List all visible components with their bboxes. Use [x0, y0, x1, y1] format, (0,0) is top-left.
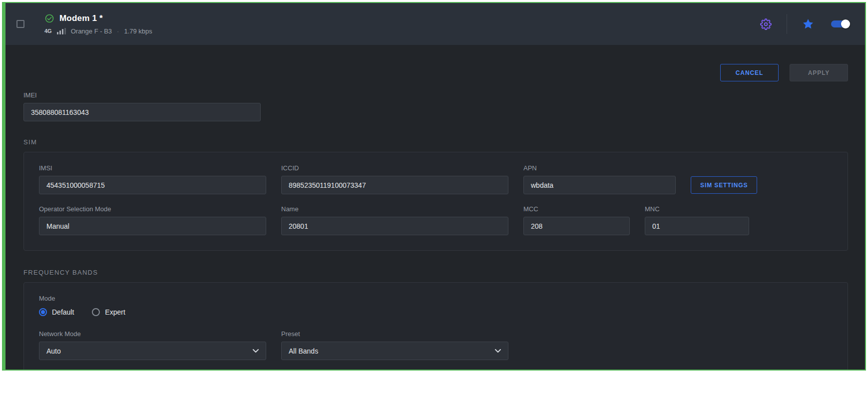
sim-card: IMSI ICCID APN SIM SETTINGS Operator Sel — [23, 152, 848, 251]
preset-value: All Bands — [289, 347, 318, 355]
cancel-button[interactable]: CANCEL — [720, 64, 779, 81]
mnc-field-block: MNC — [645, 205, 749, 235]
apn-label: APN — [523, 164, 676, 172]
imei-label: IMEI — [23, 91, 261, 99]
speed-label: 1.79 kbps — [124, 27, 152, 35]
operator-selection-mode-block: Operator Selection Mode — [39, 205, 266, 235]
apn-field-block: APN — [523, 164, 676, 194]
imei-field-block: IMEI — [23, 91, 261, 121]
radio-expert-label: Expert — [105, 308, 125, 316]
network-mode-select[interactable]: Auto — [39, 342, 266, 360]
modem-title: Modem 1 * — [59, 13, 103, 23]
imsi-field-block: IMSI — [39, 164, 266, 194]
name-label: Name — [281, 205, 508, 213]
radio-default-circle[interactable] — [39, 308, 47, 316]
radio-expert-circle[interactable] — [92, 308, 100, 316]
operator-selection-mode-input[interactable] — [39, 217, 266, 235]
mnc-input[interactable] — [645, 217, 749, 235]
chevron-down-icon — [495, 349, 501, 353]
name-field-block: Name — [281, 205, 508, 235]
iccid-field-block: ICCID — [281, 164, 508, 194]
favorite-star-icon[interactable] — [800, 16, 816, 32]
select-checkbox[interactable] — [16, 20, 24, 28]
sim-settings-block: SIM SETTINGS — [691, 164, 757, 194]
mode-label: Mode — [39, 295, 833, 302]
frequency-bands-section-label: FREQUENCY BANDS — [23, 269, 848, 276]
modem-settings-form: CANCEL APPLY IMEI SIM IMSI ICCID APN — [5, 64, 865, 371]
network-type-label: 4G — [44, 28, 52, 34]
radio-expert[interactable]: Expert — [92, 308, 125, 316]
preset-block: Preset All Bands — [281, 330, 508, 360]
header-main: Modem 1 * 4G Orange F - B3 · 1.79 kbps — [44, 13, 152, 35]
header-controls — [758, 14, 850, 34]
status-check-icon — [44, 13, 54, 23]
preset-select[interactable]: All Bands — [281, 342, 508, 360]
iccid-input[interactable] — [281, 176, 508, 194]
network-mode-block: Network Mode Auto — [39, 330, 266, 360]
sim-section-label: SIM — [23, 138, 848, 146]
operator-selection-mode-label: Operator Selection Mode — [39, 205, 266, 213]
gear-icon[interactable] — [758, 16, 774, 32]
imsi-input[interactable] — [39, 176, 266, 194]
modem-enable-toggle[interactable] — [831, 19, 850, 29]
mcc-input[interactable] — [523, 217, 630, 235]
radio-default[interactable]: Default — [39, 308, 74, 316]
imsi-label: IMSI — [39, 164, 266, 172]
band-selects-row: Network Mode Auto Preset All Bands — [39, 330, 833, 360]
frequency-bands-card: Mode Default Expert Network Mode Auto — [23, 282, 848, 371]
network-mode-label: Network Mode — [39, 330, 266, 338]
form-actions: CANCEL APPLY — [23, 64, 848, 81]
header-divider — [787, 14, 787, 34]
name-input[interactable] — [281, 217, 508, 235]
apply-button[interactable]: APPLY — [790, 64, 848, 81]
mcc-field-block: MCC — [523, 205, 630, 235]
network-mode-value: Auto — [46, 347, 61, 355]
separator-dot: · — [117, 27, 119, 35]
apn-input[interactable] — [523, 176, 676, 194]
modem-header: Modem 1 * 4G Orange F - B3 · 1.79 kbps — [5, 3, 865, 45]
modem-panel: Modem 1 * 4G Orange F - B3 · 1.79 kbps — [2, 2, 866, 371]
chevron-down-icon — [253, 349, 259, 353]
preset-label: Preset — [281, 330, 508, 338]
mnc-label: MNC — [645, 205, 749, 213]
radio-default-label: Default — [52, 308, 74, 316]
iccid-label: ICCID — [281, 164, 508, 172]
imei-input[interactable] — [23, 103, 261, 121]
sim-settings-button[interactable]: SIM SETTINGS — [691, 176, 757, 194]
signal-strength-icon — [57, 28, 66, 34]
operator-label: Orange F - B3 — [71, 27, 112, 35]
mode-radio-group: Default Expert — [39, 308, 833, 316]
mcc-label: MCC — [523, 205, 630, 213]
